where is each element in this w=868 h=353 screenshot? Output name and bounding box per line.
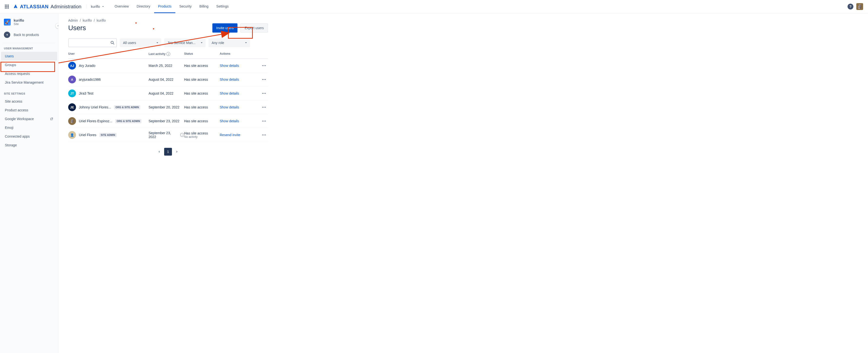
users-table: User Last activity i Status Actions AJAr… — [68, 52, 268, 142]
status-cell: Has site access — [184, 92, 220, 95]
back-to-products-button[interactable]: Back to products — [0, 30, 58, 40]
more-actions-button[interactable] — [260, 76, 268, 83]
pagination-prev[interactable] — [155, 148, 163, 155]
breadcrumb-0[interactable]: Admin — [68, 19, 78, 22]
topnav-tab-directory[interactable]: Directory — [133, 0, 154, 13]
org-switcher[interactable]: kuriflo — [86, 5, 108, 8]
sidebar-item-jira-service-management[interactable]: Jira Service Management — [1, 78, 57, 87]
table-row: Aaryjurado1986August 04, 2022Has site ac… — [68, 73, 268, 86]
pagination-next[interactable] — [173, 148, 181, 155]
show-details-link[interactable]: Show details — [220, 105, 239, 109]
user-name[interactable]: Uriel Flores Espinoz... — [79, 119, 112, 123]
table-row: AJAry JuradoMarch 25, 2022Has site acces… — [68, 59, 268, 73]
col-header-activity: Last activity i — [149, 52, 184, 56]
sidebar-site-header[interactable]: 🚀 kuriflo Site — [0, 16, 58, 30]
col-header-actions: Actions — [220, 52, 268, 56]
svg-point-8 — [264, 93, 264, 94]
more-horizontal-icon — [261, 91, 267, 96]
svg-point-12 — [265, 107, 266, 107]
show-details-link[interactable]: Show details — [220, 77, 239, 81]
status-cell: Has site access — [184, 119, 220, 123]
role-badge: SITE ADMIN — [99, 133, 117, 137]
top-nav: ATLASSIAN Administration kuriflo Overvie… — [0, 0, 868, 13]
sidebar-item-storage[interactable]: Storage — [1, 141, 57, 149]
sidebar-item-product-access[interactable]: Product access — [1, 106, 57, 114]
svg-point-1 — [262, 65, 263, 66]
user-avatar: A — [68, 76, 76, 83]
app-switcher-icon[interactable] — [2, 2, 12, 11]
info-icon[interactable]: i — [180, 133, 184, 137]
last-activity: August 04, 2022 — [149, 77, 184, 81]
invite-users-button[interactable]: Invite users — [212, 23, 238, 33]
product-filter-select[interactable]: Jira Service Man... — [164, 38, 206, 47]
show-details-link[interactable]: Show details — [220, 64, 239, 68]
pagination-page-1[interactable]: 1 — [164, 148, 172, 155]
user-avatar: JE — [68, 103, 76, 111]
sidebar-item-users[interactable]: Users — [1, 52, 57, 61]
back-arrow-icon — [4, 32, 10, 38]
sidebar-item-emoji[interactable]: Emoji — [1, 123, 57, 132]
sidebar: 🚀 kuriflo Site Back to products USER MAN… — [0, 13, 58, 353]
role-badge: ORG & SITE ADMIN — [115, 119, 142, 123]
show-details-link[interactable]: Show details — [220, 119, 239, 123]
org-name: kuriflo — [91, 5, 100, 8]
col-header-user: User — [68, 52, 149, 56]
sidebar-item-connected-apps[interactable]: Connected apps — [1, 132, 57, 141]
user-name[interactable]: Ary Jurado — [79, 64, 95, 68]
svg-point-11 — [264, 107, 264, 107]
search-icon — [110, 40, 115, 45]
last-activity: September 23, 2022i — [149, 131, 184, 139]
search-input[interactable] — [68, 38, 117, 47]
user-name[interactable]: Uriel Flores — [79, 133, 96, 137]
more-horizontal-icon — [261, 105, 267, 110]
sidebar-item-access-requests[interactable]: Access requests — [1, 69, 57, 78]
export-users-button[interactable]: Export users — [240, 23, 268, 33]
topnav-tab-billing[interactable]: Billing — [195, 0, 212, 13]
help-icon[interactable]: ? — [847, 4, 854, 9]
svg-point-14 — [264, 120, 264, 121]
show-details-link[interactable]: Show details — [220, 92, 239, 95]
topnav-tab-overview[interactable]: Overview — [111, 0, 133, 13]
more-actions-button[interactable] — [260, 62, 268, 70]
pagination: 1 — [68, 148, 268, 155]
sidebar-item-site-access[interactable]: Site access — [1, 97, 57, 106]
svg-point-4 — [262, 79, 263, 80]
role-filter-select[interactable]: Any role — [209, 38, 250, 47]
svg-point-5 — [264, 79, 264, 80]
topnav-tab-security[interactable]: Security — [175, 0, 195, 13]
table-row: JEJohnny Uriel Flores...ORG & SITE ADMIN… — [68, 100, 268, 114]
table-row: 👤Uriel FloresSITE ADMINSeptember 23, 202… — [68, 128, 268, 142]
profile-avatar[interactable]: 🗿 — [856, 3, 863, 10]
chevron-down-icon — [200, 41, 204, 44]
svg-point-6 — [265, 79, 266, 80]
brand-logo[interactable]: ATLASSIAN Administration — [13, 4, 81, 9]
topnav-tab-products[interactable]: Products — [154, 0, 175, 13]
resend-invite-link[interactable]: Resend invite — [220, 133, 240, 137]
svg-point-7 — [262, 93, 263, 94]
sidebar-item-groups[interactable]: Groups — [1, 61, 57, 69]
more-actions-button[interactable] — [260, 103, 268, 111]
more-actions-button[interactable] — [260, 117, 268, 125]
users-filter-select[interactable]: All users — [120, 38, 161, 47]
user-name[interactable]: Jira3 Test — [79, 92, 94, 95]
user-name[interactable]: Johnny Uriel Flores... — [79, 105, 111, 109]
topnav-tab-settings[interactable]: Settings — [212, 0, 232, 13]
svg-point-2 — [264, 65, 264, 66]
user-name[interactable]: aryjurado1986 — [79, 77, 101, 81]
page-title: Users — [68, 24, 86, 32]
site-icon: 🚀 — [4, 19, 11, 26]
more-actions-button[interactable] — [260, 131, 268, 139]
breadcrumb: Admin/kuriflo/kuriflo — [68, 19, 268, 22]
brand-section: Administration — [51, 4, 81, 9]
info-icon[interactable]: i — [166, 52, 170, 56]
breadcrumb-1[interactable]: kuriflo — [83, 19, 92, 22]
status-cell: Has site access — [184, 64, 220, 68]
sidebar-item-google-workspace[interactable]: Google Workspace — [1, 114, 57, 123]
topnav-tabs: OverviewDirectoryProductsSecurityBilling… — [111, 0, 232, 13]
status-cell: Has site access — [184, 105, 220, 109]
svg-point-15 — [265, 120, 266, 121]
more-actions-button[interactable] — [260, 90, 268, 97]
last-activity: March 25, 2022 — [149, 64, 184, 68]
last-activity: September 23, 2022 — [149, 119, 184, 123]
site-settings-label: SITE SETTINGS — [0, 91, 58, 97]
